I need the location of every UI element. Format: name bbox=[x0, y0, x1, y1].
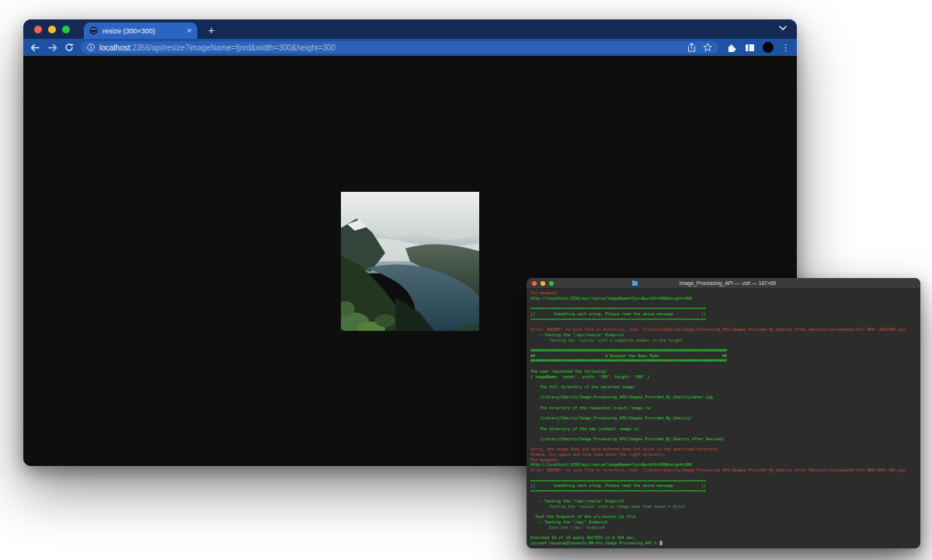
terminal-line: ########################################… bbox=[530, 348, 920, 353]
terminal-window: Image_Processing_API — -zsh — 167×69 For… bbox=[527, 278, 920, 548]
tab-strip: resize (300×300) × + bbox=[23, 19, 797, 39]
terminal-body[interactable]: For example:http://localhost:2356/api/re… bbox=[527, 289, 920, 548]
minimize-window-button[interactable] bbox=[48, 26, 56, 33]
terminal-line: The user requested the following: bbox=[530, 369, 920, 374]
terminal-title-area: Image_Processing_API — -zsh — 167×69 bbox=[527, 278, 920, 289]
terminal-line bbox=[530, 431, 920, 437]
back-button[interactable] bbox=[30, 43, 40, 52]
window-controls[interactable] bbox=[23, 19, 78, 39]
terminal-line bbox=[530, 400, 920, 405]
terminal-line bbox=[530, 493, 920, 499]
terminal-line: http://localhost:2356/api/resize?imageNa… bbox=[530, 462, 920, 468]
terminal-line: ✓ Testing the "/api/resize" Endpoint bbox=[530, 332, 920, 338]
terminal-line: /Library/Udacity/Image_Processing_API/Im… bbox=[530, 437, 920, 442]
terminal-line: Test the Endpoint of the src/server.ts f… bbox=[530, 514, 920, 520]
terminal-line: || Something went wrong. Please read the… bbox=[530, 311, 920, 317]
bookmark-star-icon[interactable] bbox=[703, 43, 712, 52]
terminal-line: The full directory of the selected image… bbox=[530, 384, 920, 390]
terminal-titlebar[interactable]: Image_Processing_API — -zsh — 167×69 bbox=[527, 278, 920, 289]
terminal-line: For example: bbox=[530, 290, 920, 296]
terminal-prompt-line[interactable]: youssef_hassane@Youssefs-MB-Pro Image_Pr… bbox=[530, 541, 920, 546]
terminal-line: The directory of the new (output) image … bbox=[530, 426, 920, 431]
extensions-puzzle-icon[interactable] bbox=[727, 43, 737, 53]
browser-menu-icon[interactable]: ⋮ bbox=[781, 43, 790, 51]
terminal-line bbox=[530, 441, 920, 447]
terminal-line bbox=[530, 379, 920, 384]
new-tab-button[interactable]: + bbox=[208, 25, 214, 36]
terminal-line: ## A Request Has Been Made ## bbox=[530, 353, 920, 358]
terminal-line: Testing the "resize" with a negative num… bbox=[530, 337, 920, 343]
terminal-line bbox=[530, 322, 920, 327]
reload-icon bbox=[64, 43, 74, 52]
terminal-line: Error: ENOENT: no such file or directory… bbox=[530, 327, 920, 332]
forward-arrow-icon bbox=[47, 43, 57, 52]
url-host: localhost bbox=[99, 43, 130, 52]
address-bar[interactable]: localhost:2356/api/resize?imageName=fjor… bbox=[81, 41, 718, 54]
terminal-line: ✓ Testing the "/api" Endpoint bbox=[530, 520, 920, 525]
terminal-line: ========================================… bbox=[530, 317, 920, 322]
terminal-line bbox=[530, 510, 920, 515]
chevron-down-icon[interactable] bbox=[778, 25, 788, 31]
terminal-line bbox=[530, 473, 920, 478]
site-info-icon[interactable] bbox=[87, 43, 95, 51]
terminal-prompt: youssef_hassane@Youssefs-MB-Pro Image_Pr… bbox=[530, 541, 659, 546]
back-arrow-icon bbox=[30, 43, 40, 52]
terminal-line bbox=[530, 343, 920, 348]
terminal-line: Gets the "/api" Endpoint bbox=[530, 525, 920, 530]
terminal-line: { imageName: 'water', width: '300', heig… bbox=[530, 374, 920, 379]
terminal-line: Testing the "resize" with an image name … bbox=[530, 504, 920, 510]
side-panel-icon[interactable] bbox=[745, 43, 755, 52]
zoom-window-button[interactable] bbox=[62, 26, 70, 33]
terminal-line bbox=[530, 301, 920, 306]
terminal-line: ========================================… bbox=[530, 306, 920, 311]
url-path: :2356/api/resize?imageName=fjord&width=3… bbox=[130, 43, 335, 52]
terminal-line: ========================================… bbox=[530, 489, 920, 494]
terminal-line: Executed 14 of 14 specs SUCCESS in 0.104… bbox=[530, 535, 920, 541]
tab-close-icon[interactable]: × bbox=[187, 26, 192, 35]
terminal-output: For example:http://localhost:2356/api/re… bbox=[530, 290, 920, 541]
terminal-line: The directory of the requested (input) i… bbox=[530, 405, 920, 410]
terminal-line: For example: bbox=[530, 457, 920, 463]
terminal-line bbox=[530, 410, 920, 416]
terminal-line bbox=[530, 421, 920, 426]
terminal-line: ========================================… bbox=[530, 478, 920, 483]
terminal-line: Please, try again and this time enter th… bbox=[530, 452, 920, 457]
terminal-line: /Library/Udacity/Image_Processing_API/Im… bbox=[530, 416, 920, 421]
terminal-line: ########################################… bbox=[530, 358, 920, 363]
url-text[interactable]: localhost:2356/api/resize?imageName=fjor… bbox=[99, 43, 683, 52]
terminal-line bbox=[530, 389, 920, 395]
browser-toolbar: localhost:2356/api/resize?imageName=fjor… bbox=[23, 39, 797, 56]
terminal-line: Sorry, the image that you have entered d… bbox=[530, 447, 920, 452]
terminal-line: /Library/Udacity/Image_Processing_API/Im… bbox=[530, 395, 920, 400]
terminal-line bbox=[530, 363, 920, 369]
terminal-line: ✓ Testing the "/api/resize" Endpoint bbox=[530, 499, 920, 504]
tab-title: resize (300×300) bbox=[103, 27, 183, 35]
fjord-image bbox=[341, 192, 479, 331]
terminal-line: || Something went wrong. Please read the… bbox=[530, 483, 920, 489]
terminal-line: http://localhost:2356/api/resize?imageNa… bbox=[530, 296, 920, 301]
terminal-title: Image_Processing_API — -zsh — 167×69 bbox=[679, 280, 775, 287]
profile-avatar[interactable] bbox=[763, 42, 774, 53]
tab-resize[interactable]: resize (300×300) × bbox=[84, 23, 197, 39]
favicon-globe-icon bbox=[89, 26, 98, 35]
forward-button[interactable] bbox=[47, 43, 57, 52]
terminal-folder-icon bbox=[632, 281, 638, 286]
reload-button[interactable] bbox=[64, 43, 74, 52]
terminal-line bbox=[530, 530, 920, 535]
terminal-line: Error: ENOENT: no such file or directory… bbox=[530, 468, 920, 473]
close-window-button[interactable] bbox=[34, 26, 42, 33]
terminal-cursor bbox=[660, 541, 662, 545]
share-icon[interactable] bbox=[687, 43, 696, 52]
